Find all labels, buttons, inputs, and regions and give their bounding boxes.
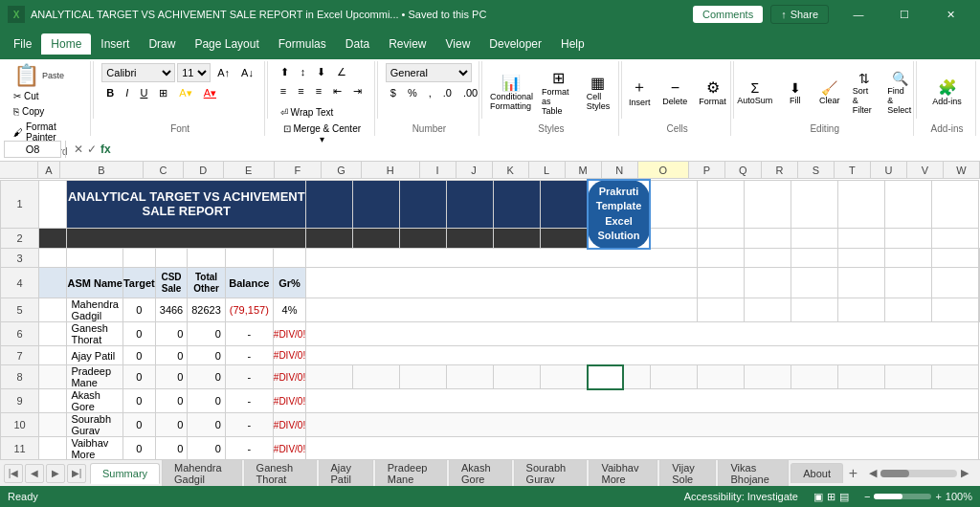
find-select-button[interactable]: 🔍 Find &Select bbox=[883, 69, 915, 117]
cell-target-5[interactable]: 0 bbox=[122, 298, 155, 322]
autosum-button[interactable]: Σ AutoSum bbox=[734, 78, 776, 107]
sheet-tab-vijay[interactable]: Vijay Sole bbox=[659, 459, 716, 486]
cell-i2[interactable] bbox=[353, 228, 400, 248]
text-angle-button[interactable]: ∠ bbox=[332, 63, 351, 80]
underline-button[interactable]: U bbox=[135, 84, 152, 101]
comments-button[interactable]: Comments bbox=[693, 6, 763, 23]
format-cells-button[interactable]: ⚙ Format bbox=[695, 77, 730, 108]
percent-button[interactable]: % bbox=[403, 84, 422, 101]
col-header-u[interactable]: U bbox=[871, 162, 907, 178]
tab-file[interactable]: File bbox=[4, 33, 41, 55]
page-layout-icon[interactable]: ⊞ bbox=[827, 491, 835, 503]
tab-insert[interactable]: Insert bbox=[91, 33, 139, 55]
bold-button[interactable]: B bbox=[101, 84, 119, 101]
col-header-i[interactable]: I bbox=[420, 162, 457, 178]
cell-total-5[interactable]: 82623 bbox=[188, 298, 226, 322]
col-header-d[interactable]: D bbox=[184, 162, 224, 178]
col-header-j[interactable]: J bbox=[457, 162, 493, 178]
cell-u2[interactable] bbox=[837, 228, 884, 248]
col-header-t[interactable]: T bbox=[835, 162, 871, 178]
cell-m1[interactable] bbox=[541, 180, 588, 228]
col-header-m[interactable]: M bbox=[566, 162, 602, 178]
cell-q1[interactable] bbox=[650, 180, 697, 228]
cell-styles-button[interactable]: ▦ CellStyles bbox=[583, 72, 613, 113]
increase-font-button[interactable]: A↑ bbox=[212, 64, 234, 81]
col-header-a[interactable]: A bbox=[38, 162, 60, 178]
tab-developer[interactable]: Developer bbox=[479, 33, 551, 55]
header-balance[interactable]: Balance bbox=[225, 268, 273, 298]
sheet-tab-mahendra[interactable]: Mahendra Gadgil bbox=[162, 459, 242, 486]
format-as-table-button[interactable]: ⊞ Format asTable bbox=[538, 67, 579, 118]
conditional-formatting-button[interactable]: 📊 ConditionalFormatting bbox=[489, 72, 534, 113]
cell-s1[interactable] bbox=[744, 180, 791, 228]
col-header-v[interactable]: V bbox=[907, 162, 944, 178]
cell-m2[interactable] bbox=[541, 228, 588, 248]
scrollbar-thumb[interactable] bbox=[880, 470, 909, 477]
delete-cells-button[interactable]: − Delete bbox=[658, 77, 691, 108]
col-header-w[interactable]: W bbox=[944, 162, 980, 178]
sheet-tab-pradeep[interactable]: Pradeep Mane bbox=[375, 459, 447, 486]
decrease-font-button[interactable]: A↓ bbox=[236, 64, 258, 81]
cell-l2[interactable] bbox=[494, 228, 541, 248]
cell-h2[interactable] bbox=[306, 228, 353, 248]
cancel-formula-icon[interactable]: ✕ bbox=[74, 143, 83, 156]
selected-cell-o8[interactable] bbox=[588, 365, 623, 389]
normal-view-icon[interactable]: ▣ bbox=[813, 491, 823, 503]
cell-q2[interactable] bbox=[650, 228, 697, 248]
cell-s2[interactable] bbox=[744, 228, 791, 248]
cell-l1[interactable] bbox=[494, 180, 541, 228]
tab-review[interactable]: Review bbox=[379, 33, 435, 55]
page-break-icon[interactable]: ▤ bbox=[839, 491, 849, 503]
cell-v2[interactable] bbox=[884, 228, 931, 248]
zoom-in-button[interactable]: + bbox=[935, 491, 941, 502]
minimize-button[interactable]: — bbox=[836, 0, 880, 29]
sheet-tab-ajay[interactable]: Ajay Patil bbox=[319, 459, 373, 486]
zoom-slider[interactable] bbox=[874, 494, 931, 499]
maximize-button[interactable]: ☐ bbox=[882, 0, 926, 29]
cell-r1[interactable] bbox=[697, 180, 744, 228]
font-color-button[interactable]: A▾ bbox=[199, 84, 221, 101]
paste-button[interactable]: 📋 Paste bbox=[10, 63, 68, 88]
col-header-k[interactable]: K bbox=[493, 162, 529, 178]
tab-home[interactable]: Home bbox=[41, 33, 91, 55]
close-button[interactable]: ✕ bbox=[928, 0, 972, 29]
cell-j1[interactable] bbox=[400, 180, 447, 228]
align-right-button[interactable]: ≡ bbox=[311, 82, 326, 99]
col-header-h[interactable]: H bbox=[362, 162, 420, 178]
tab-data[interactable]: Data bbox=[336, 33, 379, 55]
col-header-b[interactable]: B bbox=[60, 162, 144, 178]
cell-r2[interactable] bbox=[697, 228, 744, 248]
sheet-tab-summary[interactable]: Summary bbox=[90, 463, 160, 484]
tab-nav-first[interactable]: |◀ bbox=[4, 464, 23, 483]
tab-nav-last[interactable]: ▶| bbox=[67, 464, 86, 483]
tab-page-layout[interactable]: Page Layout bbox=[185, 33, 268, 55]
sheet-tab-vikas[interactable]: Vikas Bhojane bbox=[718, 459, 789, 486]
align-center-button[interactable]: ≡ bbox=[293, 82, 308, 99]
tab-nav-next[interactable]: ▶ bbox=[46, 464, 65, 483]
sheet-tab-about[interactable]: About bbox=[791, 463, 843, 483]
header-target[interactable]: Target bbox=[122, 268, 155, 298]
italic-button[interactable]: I bbox=[121, 84, 133, 101]
col-header-e[interactable]: E bbox=[224, 162, 275, 178]
col-header-n[interactable]: N bbox=[602, 162, 638, 178]
border-button[interactable]: ⊞ bbox=[154, 84, 172, 101]
wrap-text-button[interactable]: ⏎ Wrap Text bbox=[276, 103, 338, 121]
col-header-f[interactable]: F bbox=[275, 162, 322, 178]
cell-a2[interactable] bbox=[39, 228, 67, 248]
number-format-select[interactable]: General bbox=[386, 63, 472, 82]
addins-button[interactable]: 🧩 Add-ins bbox=[928, 77, 966, 108]
cell-j2[interactable] bbox=[400, 228, 447, 248]
share-button[interactable]: ↑ Share bbox=[770, 5, 829, 24]
header-csd-sale[interactable]: CSDSale bbox=[155, 268, 187, 298]
align-bottom-button[interactable]: ⬇ bbox=[312, 63, 330, 80]
col-header-r[interactable]: R bbox=[762, 162, 798, 178]
zoom-thumb[interactable] bbox=[874, 494, 902, 499]
sheet-tab-ganesh[interactable]: Ganesh Thorat bbox=[244, 459, 317, 486]
cell-b2-g2[interactable] bbox=[67, 228, 306, 248]
cell-k1[interactable] bbox=[447, 180, 494, 228]
header-gr[interactable]: Gr% bbox=[273, 268, 305, 298]
cell-gr-5[interactable]: 4% bbox=[273, 298, 305, 322]
col-header-c[interactable]: C bbox=[144, 162, 184, 178]
font-family-select[interactable]: Calibri bbox=[101, 63, 175, 82]
fill-button[interactable]: ⬇ Fill bbox=[780, 78, 811, 107]
